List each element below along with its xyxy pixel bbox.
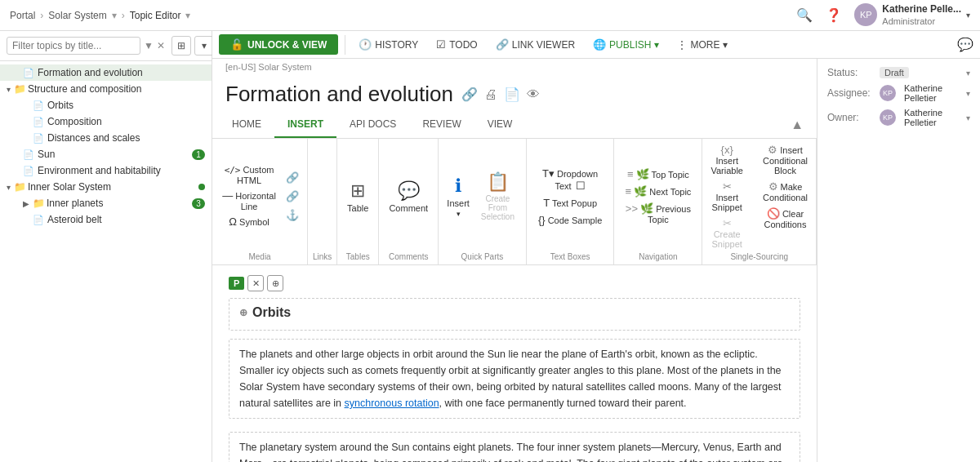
editor-body[interactable]: P ✕ ⊕ ⊕ Orbits The planets xyxy=(212,265,817,462)
navigation-group-label: Navigation xyxy=(639,252,677,261)
text-popup-button[interactable]: T Text Popup xyxy=(532,195,609,211)
float-btn-2[interactable]: ⊕ xyxy=(267,275,283,291)
sidebar-item-orbits[interactable]: 📄 Orbits xyxy=(0,97,212,113)
sidebar-item-formation[interactable]: 📄 Formation and evolution xyxy=(0,64,212,81)
tab-view[interactable]: VIEW xyxy=(474,112,526,138)
sidebar-item-environment[interactable]: 📄 Environment and habitability xyxy=(0,162,212,179)
paragraph-block-1[interactable]: The planets and other large objects in o… xyxy=(229,339,800,419)
owner-dropdown[interactable]: ▾ xyxy=(966,113,970,122)
help-icon[interactable]: ❓ xyxy=(825,6,843,24)
dropdown-text-button[interactable]: T▾ Dropdown Text ☐ xyxy=(532,166,609,193)
sidebar-item-distances[interactable]: 📄 Distances and scales xyxy=(0,130,212,146)
more-dropdown[interactable]: ▾ xyxy=(723,39,728,51)
search-icon[interactable]: 🔍 xyxy=(795,6,813,24)
clear-filter-icon[interactable]: ✕ xyxy=(157,40,165,51)
page-title-bar: Formation and evolution 🔗 🖨 📄 👁 xyxy=(212,75,817,112)
unlock-view-button[interactable]: 🔓 UNLOCK & VIEW xyxy=(219,34,338,55)
box-icon: ☐ xyxy=(576,180,586,192)
publish-dropdown[interactable]: ▾ xyxy=(654,39,659,51)
sidebar-item-structure[interactable]: ▾ 📁 Structure and composition xyxy=(0,81,212,97)
code-sample-button[interactable]: {} Code Sample xyxy=(532,212,609,228)
tab-review[interactable]: REVIEW xyxy=(409,112,474,138)
preview-icon[interactable]: 👁 xyxy=(527,87,540,102)
todo-label: TODO xyxy=(449,39,477,51)
create-from-selection-button[interactable]: 📋 Create FromSelection xyxy=(474,169,521,224)
link-title-icon[interactable]: 🔗 xyxy=(461,87,478,102)
float-btn-1[interactable]: ✕ xyxy=(247,275,264,291)
paragraph-block-2[interactable]: The planetary system around the Sun cont… xyxy=(229,432,800,462)
breadcrumb-solarsystem[interactable]: Solar System xyxy=(48,10,106,21)
print-icon[interactable]: 🖨 xyxy=(484,87,497,102)
insert-conditional-button[interactable]: ⚙ Insert Conditional Block xyxy=(760,142,811,177)
pdf-icon[interactable]: 📄 xyxy=(504,87,520,102)
top-topic-button[interactable]: ≡ 🌿 Top Topic xyxy=(619,167,697,182)
custom-html-button[interactable]: </> Custom HTML xyxy=(217,163,281,187)
sidebar-item-inner-solar[interactable]: ▾ 📁 Inner Solar System xyxy=(0,179,212,195)
prev-topic-button[interactable]: >> 🌿 Previous Topic xyxy=(619,201,697,226)
folder-icon: 📁 xyxy=(14,83,26,95)
main-layout: ▼ ✕ ⊞ ▾ 📄 Formation and evolution ▾ 📁 St… xyxy=(0,31,980,462)
folder-icon: 📁 xyxy=(14,181,26,193)
expand-icon[interactable]: ▶ xyxy=(23,199,29,208)
media-link-btn1[interactable]: 🔗 xyxy=(283,170,302,185)
tree-item-label: Orbits xyxy=(47,100,205,111)
doc-icon: 📄 xyxy=(33,100,44,111)
insert-dropdown[interactable]: ▾ xyxy=(457,210,461,218)
link-viewer-button[interactable]: 🔗 LINK VIEWER xyxy=(489,35,581,54)
collapse-ribbon-icon[interactable]: ▲ xyxy=(784,114,810,135)
create-snippet-button[interactable]: ✂ Create Snippet xyxy=(707,215,746,251)
table-button[interactable]: ⊞ Table xyxy=(342,178,373,215)
nav-icon1: ≡ xyxy=(627,168,634,180)
anchor-icon: ⚓ xyxy=(286,209,299,221)
sidebar-item-composition[interactable]: 📄 Composition xyxy=(0,113,212,130)
horizontal-line-button[interactable]: — Horizontal Line xyxy=(217,188,281,213)
clear-conditions-button[interactable]: 🚫 Clear Conditions xyxy=(760,206,811,231)
nav-icon3: >> xyxy=(626,202,638,215)
symbol-button[interactable]: Ω Symbol xyxy=(217,214,281,229)
user-dropdown-arrow[interactable]: ▾ xyxy=(966,11,970,20)
todo-icon: ☑ xyxy=(436,38,446,51)
badge-dot xyxy=(198,184,205,190)
dropdown-icon: T▾ xyxy=(542,167,555,180)
assignee-dropdown[interactable]: ▾ xyxy=(966,89,970,98)
make-conditional-button[interactable]: ⚙ Make Conditional xyxy=(760,179,811,204)
breadcrumb-topiceditor[interactable]: Topic Editor xyxy=(130,10,181,21)
top-nav-right: 🔍 ❓ KP Katherine Pelle... Administrator … xyxy=(795,3,970,28)
breadcrumb-portal[interactable]: Portal xyxy=(10,10,35,21)
line-icon: — xyxy=(222,189,233,202)
publish-button[interactable]: 🌐 PUBLISH ▾ xyxy=(586,35,666,54)
insert-snippet-button[interactable]: ✂ Insert Snippet xyxy=(707,179,746,214)
tab-insert[interactable]: INSERT xyxy=(274,112,336,138)
filter-input[interactable] xyxy=(7,37,140,55)
doc-icon: 📄 xyxy=(33,215,44,225)
message-icon[interactable]: 💬 xyxy=(957,37,973,52)
sidebar-more-icon[interactable]: ▾ xyxy=(194,36,214,56)
sidebar-item-inner-planets[interactable]: ▶ 📁 Inner planets 3 xyxy=(0,195,212,211)
heading-text: Orbits xyxy=(252,305,291,320)
tab-home[interactable]: HOME xyxy=(219,112,274,138)
sidebar-view-icon[interactable]: ⊞ xyxy=(172,36,191,56)
paragraph-badge: P xyxy=(229,277,244,290)
filter-icon[interactable]: ▼ xyxy=(144,40,154,51)
media-anchor-btn[interactable]: ⚓ xyxy=(283,207,302,223)
status-dropdown[interactable]: ▾ xyxy=(966,69,970,78)
next-topic-button[interactable]: ≡ 🌿 Next Topic xyxy=(619,184,697,199)
badge-inner-planets: 3 xyxy=(192,198,205,209)
user-menu[interactable]: KP Katherine Pelle... Administrator ▾ xyxy=(854,3,970,28)
expand-icon[interactable]: ▾ xyxy=(7,183,11,192)
comment-button[interactable]: 💬 Comment xyxy=(384,178,433,215)
sidebar-item-asteroid[interactable]: 📄 Asteroid belt xyxy=(0,211,212,228)
heading-block[interactable]: ⊕ Orbits xyxy=(229,298,800,331)
more-button[interactable]: ⋮ MORE ▾ xyxy=(670,36,734,54)
expand-icon[interactable]: ▾ xyxy=(7,85,11,94)
tab-api-docs[interactable]: API DOCS xyxy=(336,112,409,138)
insert-button[interactable]: ℹ Insert ▾ xyxy=(443,173,473,220)
paragraph-text-2: The planetary system around the Sun cont… xyxy=(239,439,790,462)
media-link-btn2[interactable]: 🔗 xyxy=(283,189,302,204)
history-button[interactable]: 🕐 HISTORY xyxy=(352,35,425,54)
todo-button[interactable]: ☑ TODO xyxy=(430,35,483,54)
ribbon-group-single-sourcing: {x} Insert Variable ✂ Insert Snippet ✂ xyxy=(702,139,817,264)
insert-variable-button[interactable]: {x} Insert Variable xyxy=(707,142,746,177)
sidebar-item-sun[interactable]: 📄 Sun 1 xyxy=(0,146,212,162)
synchronous-rotation-link[interactable]: synchronous rotation xyxy=(345,398,439,409)
